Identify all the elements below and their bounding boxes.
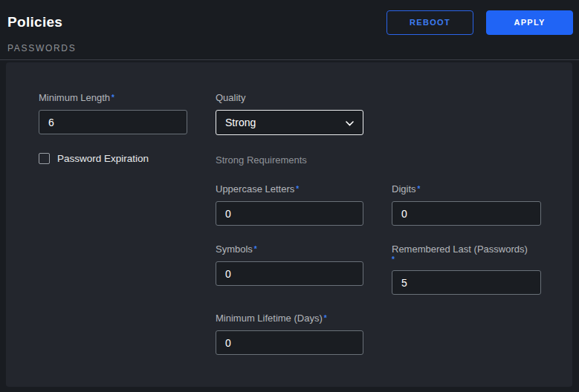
quality-select[interactable]: Strong xyxy=(216,110,363,135)
required-marker: * xyxy=(111,94,114,102)
digits-input[interactable] xyxy=(392,201,541,226)
remembered-last-field: Remembered Last (Passwords)* xyxy=(392,244,541,295)
digits-label: Digits* xyxy=(392,183,541,195)
quality-label: Quality xyxy=(216,92,363,104)
symbols-label: Symbols* xyxy=(216,244,363,255)
minimum-lifetime-label: Minimum Lifetime (Days)* xyxy=(216,313,363,324)
strong-requirements-label: Strong Requirements xyxy=(216,154,363,166)
quality-field: Quality Strong xyxy=(216,92,363,135)
uppercase-letters-input[interactable] xyxy=(216,201,363,226)
password-expiration-field: Password Expiration xyxy=(39,153,187,164)
symbols-input[interactable] xyxy=(216,261,363,286)
minimum-lifetime-field: Minimum Lifetime (Days)* xyxy=(216,313,363,355)
header: Policies REBOOT APPLY xyxy=(0,0,579,40)
digits-field: Digits* xyxy=(392,183,541,226)
remembered-last-label: Remembered Last (Passwords)* xyxy=(392,244,541,264)
minimum-lifetime-input[interactable] xyxy=(216,330,363,355)
page-title: Policies xyxy=(7,14,386,30)
password-expiration-label[interactable]: Password Expiration xyxy=(57,153,149,164)
uppercase-letters-field: Uppercase Letters* xyxy=(216,183,363,226)
chevron-down-icon xyxy=(346,117,354,128)
quality-select-value: Strong xyxy=(225,117,256,128)
passwords-panel: Minimum Length* Quality Strong Password … xyxy=(6,62,572,387)
required-marker: * xyxy=(324,314,327,322)
minimum-length-field: Minimum Length* xyxy=(39,92,187,135)
required-marker: * xyxy=(392,255,541,264)
required-marker: * xyxy=(254,245,257,253)
apply-button[interactable]: APPLY xyxy=(486,10,573,35)
required-marker: * xyxy=(296,185,299,193)
section-divider xyxy=(0,59,579,60)
remembered-last-input[interactable] xyxy=(392,270,541,295)
section-label: PASSWORDS xyxy=(0,40,579,59)
uppercase-letters-label: Uppercase Letters* xyxy=(216,183,363,195)
required-marker: * xyxy=(418,185,421,193)
minimum-length-input[interactable] xyxy=(39,110,187,134)
reboot-button[interactable]: REBOOT xyxy=(386,10,473,35)
symbols-field: Symbols* xyxy=(216,244,363,295)
password-expiration-checkbox[interactable] xyxy=(39,153,50,164)
minimum-length-label: Minimum Length* xyxy=(39,92,187,104)
